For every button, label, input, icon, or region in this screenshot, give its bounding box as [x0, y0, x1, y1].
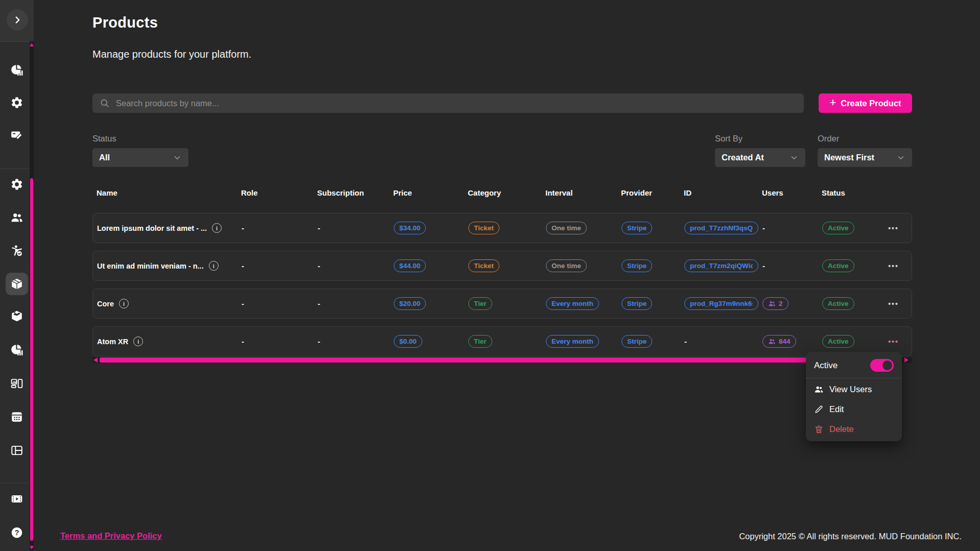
layout-panels-icon [10, 444, 23, 457]
row-menu-button[interactable]: ••• [885, 260, 902, 272]
sidebar-item-help[interactable]: ? [6, 521, 28, 544]
product-name: Lorem ipsum dolor sit amet - ... [97, 224, 207, 232]
sidebar-item-billing[interactable] [6, 124, 28, 146]
sidebar-item-users[interactable] [6, 206, 28, 229]
sort-by-select[interactable]: Created At [715, 148, 805, 167]
users-icon [768, 338, 776, 345]
category-badge: Ticket [468, 222, 499, 235]
sidebar-expand-button[interactable] [7, 9, 28, 31]
product-name: Core [97, 300, 114, 308]
role-value: - [237, 299, 314, 308]
col-interval: Interval [541, 188, 617, 197]
subscription-value: - [314, 337, 390, 346]
media-cards-icon [10, 377, 23, 390]
sidebar-item-analytics[interactable] [6, 59, 28, 81]
page-title: Products [92, 14, 158, 31]
price-badge: $34.00 [394, 222, 426, 235]
product-id-badge: prod_Rg37m9nnk6s [684, 297, 758, 310]
table-row: Lorem ipsum dolor sit amet - ... i - - $… [92, 213, 912, 243]
col-provider: Provider [617, 188, 680, 197]
sidebar-item-assets[interactable] [6, 305, 28, 327]
users-icon [768, 300, 776, 307]
product-name: Ut enim ad minim veniam - n... [97, 262, 204, 270]
status-badge: Active [822, 259, 854, 273]
subscription-value: - [314, 224, 390, 232]
table-header: Name Role Subscription Price Category In… [92, 185, 912, 200]
horizontal-scrollbar-thumb[interactable] [100, 357, 894, 363]
gear-icon [10, 96, 23, 109]
users-count-badge: 2 [762, 297, 788, 310]
row-menu-button-open[interactable]: ••• [885, 336, 902, 348]
users-value: - [758, 261, 818, 270]
svg-text:?: ? [15, 529, 19, 537]
info-icon[interactable]: i [212, 223, 222, 233]
scroll-left-arrow-icon[interactable] [93, 357, 98, 363]
interval-badge: Every month [546, 297, 599, 310]
sidebar-scrollbar-track[interactable] [30, 41, 34, 551]
sidebar-item-media[interactable] [6, 372, 28, 395]
users-icon [10, 211, 23, 224]
col-name: Name [92, 188, 237, 197]
col-id: ID [680, 188, 758, 197]
sidebar-item-reports[interactable] [6, 339, 28, 361]
col-status: Status [818, 188, 870, 197]
active-toggle-row: Active [806, 354, 902, 377]
scroll-down-arrow-icon[interactable] [30, 546, 34, 549]
table-horizontal-scrollbar[interactable] [92, 357, 912, 363]
scroll-up-arrow-icon[interactable] [30, 43, 34, 46]
table-row: Ut enim ad minim veniam - n... i - - $44… [92, 251, 912, 281]
search-input[interactable] [115, 98, 797, 109]
gear-icon [10, 178, 23, 191]
menu-item-view-users[interactable]: View Users [806, 379, 902, 399]
category-badge: Tier [468, 335, 492, 348]
interval-badge: One time [546, 259, 587, 273]
order-select[interactable]: Newest First [818, 148, 912, 167]
row-menu-button[interactable]: ••• [885, 222, 902, 234]
price-badge: $0.00 [394, 335, 422, 348]
create-product-button[interactable]: + Create Product [819, 93, 912, 113]
category-badge: Tier [468, 297, 492, 310]
status-filter-select[interactable]: All [92, 148, 188, 167]
table-row: Core i - - $20.00 Tier Every month Strip… [92, 289, 912, 319]
sidebar-item-products[interactable] [6, 273, 28, 295]
card-edit-icon [10, 128, 23, 141]
info-icon[interactable]: i [209, 261, 219, 271]
interval-badge: One time [546, 222, 587, 235]
sidebar-divider [0, 483, 30, 483]
product-id-value: - [680, 337, 758, 346]
terms-privacy-link[interactable]: Terms and Privacy Policy [60, 531, 162, 541]
info-icon[interactable]: i [133, 337, 143, 346]
info-icon[interactable]: i [119, 299, 129, 308]
sidebar-item-videos[interactable] [6, 488, 28, 510]
row-menu-button[interactable]: ••• [885, 298, 902, 310]
status-filter-label: Status [92, 134, 116, 143]
provider-badge: Stripe [622, 335, 652, 348]
menu-item-edit[interactable]: Edit [806, 399, 902, 419]
row-actions-menu: Active View Users Edit Delete [806, 352, 902, 441]
role-value: - [237, 224, 314, 232]
package-box-icon [10, 277, 23, 291]
role-value: - [237, 337, 314, 346]
sidebar-item-members[interactable] [6, 239, 28, 262]
sidebar-item-settings[interactable] [6, 91, 28, 114]
search-icon [100, 98, 110, 108]
chevron-down-icon [790, 153, 799, 162]
users-icon [814, 385, 824, 394]
film-play-icon [10, 492, 23, 506]
provider-badge: Stripe [622, 259, 652, 273]
menu-item-delete[interactable]: Delete [806, 419, 902, 439]
sidebar-scrollbar-thumb[interactable] [30, 178, 33, 541]
sidebar-item-layouts[interactable] [6, 439, 28, 462]
sidebar-item-calendar[interactable] [6, 405, 28, 428]
category-badge: Ticket [468, 259, 499, 273]
sidebar-item-preferences[interactable] [6, 173, 28, 196]
active-toggle[interactable] [870, 359, 894, 372]
sidebar-header [0, 0, 34, 42]
status-filter-value: All [99, 153, 110, 162]
price-badge: $44.00 [394, 259, 426, 273]
table-row: Atom XR i - - $0.00 Tier Every month Str… [92, 326, 912, 356]
order-value: Newest First [824, 153, 874, 162]
scroll-right-arrow-icon[interactable] [904, 357, 909, 363]
order-label: Order [818, 134, 839, 143]
users-count-badge: 844 [762, 335, 796, 348]
